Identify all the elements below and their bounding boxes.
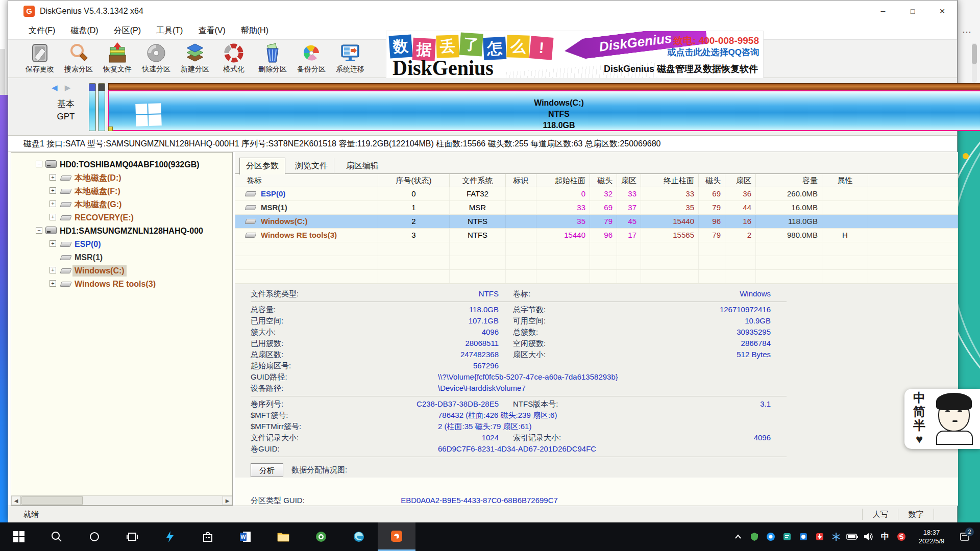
tray-circle-icon[interactable] [763,522,779,551]
table-row-esp[interactable]: ESP(0) 0 FAT32 0 32 33 33 69 36 260.0MB [235,187,958,201]
partition-icon [60,268,71,273]
more-options-icon[interactable]: ⋯ [962,27,972,38]
ime-char[interactable]: 中 [912,391,927,405]
menu-view[interactable]: 查看(V) [192,23,231,39]
partition-block-windows-c[interactable]: Windows(C:) NTFS 118.0GB [108,83,980,131]
tab-partition-params[interactable]: 分区参数 [239,158,285,174]
partition-icon [60,215,71,220]
window-title: DiskGenius V5.4.3.1342 x64 [40,7,143,16]
ime-language-indicator[interactable]: 中 [877,522,893,551]
sogou-icon[interactable] [893,522,910,551]
nav-forward-icon[interactable]: ▶ [65,83,71,92]
partition-name: Windows(C:) [109,97,980,109]
taskbar-clock[interactable]: 18:37 2022/5/9 [910,528,953,545]
start-button[interactable] [0,522,38,551]
table-row-empty [235,242,958,256]
disk-type-label: 基本 GPT [38,97,94,123]
tree-horizontal-scrollbar[interactable]: ◀ ▶ [11,495,232,505]
disk-icon [45,160,57,168]
ime-heart-icon[interactable]: ♥ [912,432,927,446]
menu-partition[interactable]: 分区(P) [108,23,147,39]
table-row-windows-c[interactable]: Windows(C:) 2 NTFS 35 79 45 15440 96 16 … [235,215,958,229]
status-ready: 就绪 [8,510,862,519]
microsoft-store-button[interactable] [189,522,227,551]
tray-notes-icon[interactable] [779,522,795,551]
analyze-button[interactable]: 分析 [251,463,283,477]
partition-detail-panel: 分区参数 浏览文件 扇区编辑 卷标 序号(状态) 文件系统 标识 起始柱面 磁头… [235,152,958,506]
banner-qq-link[interactable]: 或点击此处选择QQ咨询 [668,46,759,58]
status-resize-grip [934,509,957,520]
partition-icon [60,242,71,247]
filesystem-details: 文件系统类型:NTFS卷标:Windows 总容量:118.0GB总字节数:12… [235,284,958,478]
system-migration-icon [339,42,361,64]
taskbar-search-button[interactable] [38,522,76,551]
delete-partition-button[interactable]: 删除分区 [253,41,292,77]
tray-messenger-icon[interactable] [795,522,812,551]
new-partition-icon [184,42,206,64]
app-bolt-button[interactable] [151,522,189,551]
file-explorer-button[interactable] [264,522,302,551]
hidden-icons-chevron[interactable] [730,522,746,551]
tab-sector-edit[interactable]: 扇区编辑 [340,158,385,174]
menu-file[interactable]: 文件(F) [22,23,61,39]
ime-char[interactable]: 半 [912,418,927,432]
maximize-button[interactable] [898,1,927,22]
ime-status-widget[interactable]: 中 简 半 ♥ [904,389,980,449]
edge-button[interactable] [340,522,378,551]
scroll-right-icon[interactable]: ▶ [223,496,232,505]
titlebar: DiskGenius V5.4.3.1342 x64 [8,1,957,22]
partition-block-esp[interactable] [89,83,96,131]
recover-files-button[interactable]: 恢复文件 [98,41,137,77]
partition-type-strip [108,83,980,90]
tray-downloader-icon[interactable] [812,522,828,551]
backup-partition-icon [300,42,323,64]
word-button[interactable]: W [227,522,264,551]
table-row-windows-re[interactable]: Windows RE tools(3) 3 NTFS 15440 96 17 1… [235,229,958,242]
menu-tools[interactable]: 工具(T) [150,23,189,39]
recover-files-icon [106,42,129,64]
quick-partition-button[interactable]: 快速分区 [137,41,176,77]
menu-help[interactable]: 帮助(H) [235,23,275,39]
selection-handle [108,127,113,131]
cortana-button[interactable] [76,522,113,551]
partition-icon [60,176,71,181]
diskgenius-taskbar-button[interactable] [378,522,415,551]
battery-icon[interactable] [844,522,861,551]
format-icon [223,42,245,64]
tray-snowflake-icon[interactable] [828,522,844,551]
banner-ad[interactable]: 数 据 丢 了 怎 么 ! DiskGenius DiskGenius 致电: … [386,31,764,79]
minimize-button[interactable] [868,1,898,22]
save-changes-button[interactable]: 保存更改 [20,41,59,77]
tab-browse-files[interactable]: 浏览文件 [289,158,334,174]
partition-icon [60,189,71,194]
search-partition-button[interactable]: 搜索分区 [59,41,98,77]
volume-icon[interactable] [861,522,877,551]
partition-icon [244,219,256,224]
partition-icon [60,282,71,287]
nav-back-icon[interactable]: ◀ [52,83,58,92]
ime-char[interactable]: 简 [912,405,927,418]
browser-360-button[interactable] [302,522,340,551]
status-bar: 就绪 大写 数字 [8,506,957,522]
system-migration-button[interactable]: 系统迁移 [331,41,370,77]
format-button[interactable]: 格式化 [214,41,253,77]
quick-partition-icon [145,42,167,64]
partition-block-msr[interactable] [98,83,105,131]
scrollbar-thumb[interactable] [21,496,83,505]
partition-icon [60,255,71,260]
store-icon [202,531,213,542]
table-row-msr[interactable]: MSR(1) 1 MSR 33 69 37 35 79 44 16.0MB [235,201,958,215]
menu-disk[interactable]: 磁盘(D) [64,23,104,39]
close-button[interactable] [927,1,957,22]
scrollbar-thumb[interactable] [972,44,977,64]
tray-shield-icon[interactable] [746,522,763,551]
backup-partition-button[interactable]: 备份分区 [292,41,331,77]
scroll-left-icon[interactable]: ◀ [11,496,21,505]
banner-subtitle: DiskGenius 磁盘管理及数据恢复软件 [604,63,758,75]
task-view-button[interactable] [113,522,151,551]
new-partition-button[interactable]: 新建分区 [176,41,214,77]
clock-date: 2022/5/9 [910,537,953,545]
tab-strip: 分区参数 浏览文件 扇区编辑 [235,152,958,174]
action-center-button[interactable]: 2 [953,522,976,551]
ime-sticker-cartoon [933,392,976,446]
